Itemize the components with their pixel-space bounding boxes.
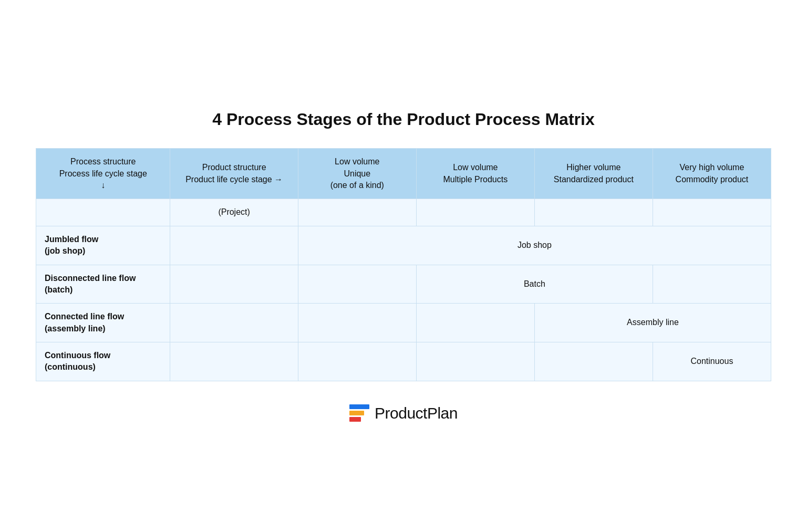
cell-empty-c1: [170, 342, 298, 381]
process-cell-jobshop: Jumbled flow (job shop): [36, 226, 170, 265]
logo-text: ProductPlan: [375, 404, 458, 422]
cell-empty-4: [653, 199, 771, 226]
table-row-continuous: Continuous flow (continuous) Continuous: [36, 342, 771, 381]
table-row-project: (Project): [36, 199, 771, 226]
header-cell-low-multiple: Low volume Multiple Products: [416, 149, 534, 199]
cell-empty-c3: [416, 342, 534, 381]
cell-empty-b2: [298, 265, 416, 304]
cell-empty-a3: [416, 304, 534, 342]
logo-bar-yellow: [349, 411, 364, 415]
cell-empty-b1: [170, 265, 298, 304]
cell-empty-c2: [298, 342, 416, 381]
header-row: Process structure Process life cycle sta…: [36, 149, 771, 199]
process-cell-batch: Disconnected line flow (batch): [36, 265, 170, 304]
logo-bar-blue: [349, 404, 369, 409]
cell-empty-a1: [170, 304, 298, 342]
header-cell-higher: Higher volume Standardized product: [534, 149, 653, 199]
cell-empty-js1: [170, 226, 298, 265]
header-cell-product: Product structure Product life cycle sta…: [170, 149, 298, 199]
process-cell-empty: [36, 199, 170, 226]
page-title: 4 Process Stages of the Product Process …: [36, 110, 771, 129]
logo-icon: [349, 404, 369, 422]
logo-bar-red: [349, 417, 361, 422]
cell-empty-b3: [653, 265, 771, 304]
cell-empty-a2: [298, 304, 416, 342]
table-row-jobshop: Jumbled flow (job shop) Job shop: [36, 226, 771, 265]
cell-batch: Batch: [416, 265, 653, 304]
table-row-assembly: Connected line flow (assembly line) Asse…: [36, 304, 771, 342]
process-cell-assembly: Connected line flow (assembly line): [36, 304, 170, 342]
cell-empty-2: [416, 199, 534, 226]
cell-jobshop: Job shop: [298, 226, 771, 265]
cell-assembly: Assembly line: [534, 304, 771, 342]
cell-project: (Project): [170, 199, 298, 226]
logo-container: ProductPlan: [36, 404, 771, 422]
process-cell-continuous: Continuous flow (continuous): [36, 342, 170, 381]
header-cell-process: Process structure Process life cycle sta…: [36, 149, 170, 199]
page-container: 4 Process Stages of the Product Process …: [36, 110, 771, 422]
cell-empty-c4: [534, 342, 653, 381]
header-cell-low-unique: Low volume Unique (one of a kind): [298, 149, 416, 199]
cell-empty-3: [534, 199, 653, 226]
header-cell-very-high: Very high volume Commodity product: [653, 149, 771, 199]
matrix-table: Process structure Process life cycle sta…: [36, 148, 771, 381]
table-row-batch: Disconnected line flow (batch) Batch: [36, 265, 771, 304]
cell-continuous: Continuous: [653, 342, 771, 381]
cell-empty-1: [298, 199, 416, 226]
